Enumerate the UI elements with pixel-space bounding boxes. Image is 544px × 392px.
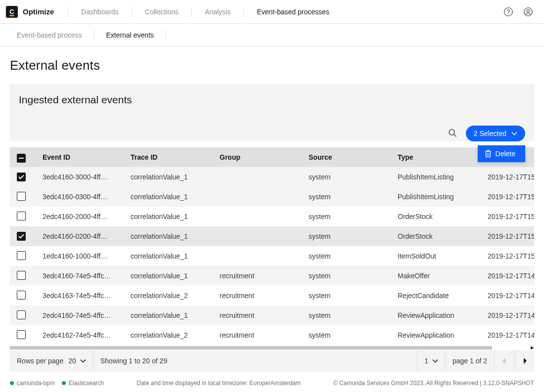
cell-trace-id: correlationValue_1 — [126, 207, 215, 226]
cell-type: ReviewApplication — [393, 325, 483, 345]
row-checkbox[interactable] — [17, 251, 26, 260]
cell-timestamp: 2019-12-17T14 — [483, 305, 534, 325]
cell-trace-id: correlationValue_1 — [126, 187, 215, 207]
row-checkbox[interactable] — [17, 212, 26, 220]
cell-source: system — [304, 325, 393, 345]
cell-event-id: 3edc4160-74e5-4ffc… — [38, 266, 126, 286]
subtab-event-based-process[interactable]: Event-based process — [10, 24, 89, 47]
chevron-down-icon — [432, 359, 438, 363]
selection-count-label: 2 Selected — [474, 130, 506, 137]
cell-type: RejectCandidate — [393, 286, 483, 305]
table-row[interactable]: 3edc4160-0300-4ff…correlationValue_1syst… — [10, 187, 534, 207]
row-checkbox[interactable] — [17, 271, 26, 280]
selection-count-button[interactable]: 2 Selected — [466, 126, 525, 141]
status-camunda-bpm: camunda-bpm — [10, 380, 55, 387]
user-icon[interactable] — [518, 2, 538, 22]
pagination-bar: Rows per page 20 Showing 1 to 20 of 29 1… — [10, 350, 534, 372]
table-row[interactable]: 2edc4160-0200-4ff…correlationValue_1syst… — [10, 226, 534, 246]
cell-type: OrderStock — [393, 226, 483, 246]
page-select[interactable]: 1 — [424, 357, 438, 365]
rows-per-page-value: 20 — [68, 357, 76, 365]
cell-group — [215, 207, 304, 226]
cell-event-id: 1edc4160-1000-4ff… — [38, 246, 126, 266]
header-trace-id[interactable]: Trace ID — [126, 147, 215, 167]
cell-timestamp: 2019-12-17T14 — [483, 266, 534, 286]
header-source[interactable]: Source — [304, 147, 393, 167]
cell-trace-id: correlationValue_1 — [126, 226, 215, 246]
cell-event-id: 3edc4163-74e5-4ffc… — [38, 286, 126, 305]
header-type[interactable]: Type — [393, 147, 483, 167]
cell-trace-id: correlationValue_1 — [126, 305, 215, 325]
status-dot-icon — [62, 381, 66, 385]
table-row[interactable]: 3edc4160-3000-4ff…correlationValue_1syst… — [10, 167, 534, 187]
table-row[interactable]: 3edc4163-74e5-4ffc…correlationValue_2rec… — [10, 286, 534, 305]
cell-type: OrderStock — [393, 207, 483, 226]
horizontal-scrollbar[interactable]: ▶ — [10, 345, 534, 350]
cell-source: system — [304, 246, 393, 266]
cell-event-id: 3edc4160-0300-4ff… — [38, 187, 126, 207]
showing-label: Showing 1 to 20 of 29 — [100, 357, 167, 365]
logo: C — [6, 6, 18, 18]
svg-rect-6 — [19, 158, 24, 159]
table-row[interactable]: 2edc4160-2000-4ff…correlationValue_1syst… — [10, 207, 534, 226]
status-elasticsearch: Elasticsearch — [62, 380, 104, 387]
status-dot-icon — [10, 381, 14, 385]
header-select-all[interactable] — [10, 147, 38, 167]
table-row[interactable]: 1edc4160-1000-4ff…correlationValue_1syst… — [10, 246, 534, 266]
dropdown-delete[interactable]: Delete — [478, 145, 525, 162]
table-row[interactable]: 2edc4160-74e5-4ffc…correlationValue_1rec… — [10, 305, 534, 325]
cell-group — [215, 167, 304, 187]
cell-timestamp: 2019-12-17T15 — [483, 167, 534, 187]
row-checkbox[interactable] — [17, 330, 26, 339]
cell-event-id: 2edc4160-0200-4ff… — [38, 226, 126, 246]
panel: Ingested external events 2 Selected Dele… — [10, 84, 534, 141]
rows-per-page-select[interactable]: 20 — [68, 357, 86, 365]
nav-dashboards[interactable]: Dashboards — [72, 0, 128, 24]
cell-timestamp: 2019-12-17T14 — [483, 325, 534, 345]
help-icon[interactable] — [499, 2, 518, 22]
subtab-external-events[interactable]: External events — [99, 24, 161, 47]
next-page-button[interactable] — [514, 350, 534, 372]
svg-point-3 — [527, 9, 529, 12]
prev-page-button[interactable] — [495, 350, 514, 372]
svg-point-2 — [524, 7, 533, 16]
panel-title: Ingested external events — [19, 94, 525, 106]
footer: camunda-bpm Elasticsearch Date and time … — [0, 374, 544, 392]
current-page-value: 1 — [424, 357, 428, 365]
row-checkbox[interactable] — [17, 232, 26, 241]
row-checkbox[interactable] — [17, 173, 26, 181]
select-all-checkbox[interactable] — [17, 154, 26, 163]
caret-right-icon — [523, 358, 527, 364]
divider — [68, 6, 68, 17]
header-event-id[interactable]: Event ID — [38, 147, 126, 167]
cell-type: PublishItemListing — [393, 187, 483, 207]
row-checkbox[interactable] — [17, 192, 26, 201]
page-of-label: page 1 of 2 — [453, 357, 487, 365]
divider — [243, 6, 244, 17]
cell-timestamp: 2019-12-17T14 — [483, 286, 534, 305]
cell-timestamp: 2019-12-17T15 — [483, 226, 534, 246]
nav-analysis[interactable]: Analysis — [196, 0, 239, 24]
cell-type: ReviewApplication — [393, 305, 483, 325]
header-group[interactable]: Group — [215, 147, 304, 167]
table-row[interactable]: 2edc4162-74e5-4ffc…correlationValue_2rec… — [10, 325, 534, 345]
nav-collections[interactable]: Collections — [136, 0, 187, 24]
cell-group: recruitment — [215, 266, 304, 286]
row-checkbox[interactable] — [17, 310, 26, 319]
divider — [191, 6, 192, 17]
cell-timestamp: 2019-12-17T15 — [483, 187, 534, 207]
search-icon[interactable] — [448, 129, 457, 139]
page-title: External events — [10, 58, 534, 73]
cell-timestamp: 2019-12-17T15 — [483, 207, 534, 226]
cell-type: PublishItemListing — [393, 167, 483, 187]
cell-trace-id: correlationValue_1 — [126, 266, 215, 286]
nav-event-processes[interactable]: Event-based processes — [248, 0, 338, 24]
subtab-bar: Event-based process External events — [0, 24, 544, 47]
svg-point-1 — [508, 14, 508, 14]
row-checkbox[interactable] — [17, 291, 26, 300]
svg-point-0 — [504, 7, 513, 16]
cell-type: ItemSoldOut — [393, 246, 483, 266]
brand-label: Optimize — [23, 7, 54, 16]
table-row[interactable]: 3edc4160-74e5-4ffc…correlationValue_1rec… — [10, 266, 534, 286]
top-nav: C Optimize Dashboards Collections Analys… — [0, 0, 544, 24]
